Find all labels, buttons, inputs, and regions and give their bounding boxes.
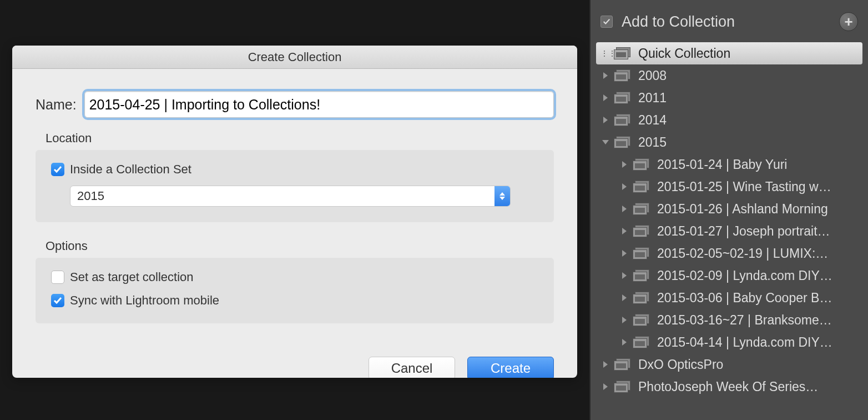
collection-tree-item[interactable]: PhotoJoseph Week Of Series… [596,376,862,398]
collection-tree-item[interactable]: 2011 [596,87,862,109]
collection-label: PhotoJoseph Week Of Series… [638,379,818,394]
svg-marker-2 [603,72,608,79]
collection-tree-item[interactable]: 2008 [596,64,862,87]
cancel-button[interactable]: Cancel [369,357,455,378]
chevron-right-icon[interactable] [600,382,610,392]
collection-tree-item[interactable]: 2015-04-14 | Lynda.com DIY… [596,331,862,353]
check-icon [53,296,62,305]
chevron-right-icon[interactable] [619,271,629,281]
collections-tree: ⋮⋮Quick Collection20082011201420152015-0… [591,42,868,398]
chevron-right-icon[interactable] [600,93,610,103]
svg-marker-8 [622,206,627,212]
collection-label: 2015-03-06 | Baby Cooper B… [657,291,832,306]
chevron-right-icon[interactable] [619,315,629,325]
plus-icon: + [844,13,852,31]
collection-set-select-row: 2015 [70,186,538,207]
svg-marker-7 [622,183,627,190]
collection-icon [614,92,630,104]
collection-tree-item[interactable]: DxO OpticsPro [596,353,862,376]
collection-tree-item[interactable]: 2015-02-05~02-19 | LUMIX:… [596,242,862,264]
dialog-footer: Cancel Create [12,351,577,378]
svg-marker-14 [622,339,627,346]
chevron-right-icon[interactable] [619,159,629,169]
name-label: Name: [36,97,77,113]
collection-icon [633,158,649,171]
dialog-title: Create Collection [12,46,577,69]
svg-marker-9 [622,228,627,234]
collection-label: 2011 [638,91,667,106]
sync-mobile-checkbox[interactable] [51,294,64,307]
collection-icon [633,292,649,304]
collection-label: 2015-02-05~02-19 | LUMIX:… [657,246,828,261]
collection-icon [633,225,649,237]
collection-icon [633,269,649,282]
chevron-right-icon[interactable] [600,71,610,81]
collection-tree-item[interactable]: ⋮⋮Quick Collection [596,42,862,64]
svg-marker-6 [622,161,627,168]
svg-marker-3 [603,94,608,101]
collection-tree-item[interactable]: 2015 [596,131,862,153]
collection-icon [633,314,649,326]
add-collection-button[interactable]: + [839,12,858,31]
collection-tree-item[interactable]: 2015-01-26 | Ashland Morning [596,198,862,220]
chevron-down-icon[interactable] [600,137,610,147]
chevron-right-icon[interactable] [619,293,629,303]
collection-name-input[interactable] [84,91,554,118]
collection-icon [614,358,630,371]
collection-label: 2015-02-09 | Lynda.com DIY… [657,268,832,283]
collection-tree-item[interactable]: 2015-01-27 | Joseph portrait… [596,220,862,242]
collection-label: 2015 [638,135,667,150]
collection-tree-item[interactable]: 2015-03-06 | Baby Cooper B… [596,287,862,309]
collection-label: 2008 [638,68,667,83]
collection-icon [633,181,649,193]
add-to-collection-checkbox[interactable] [600,16,613,28]
collection-icon [633,247,649,259]
collection-icon [614,136,630,148]
svg-marker-11 [622,272,627,279]
collection-tree-item[interactable]: 2015-01-24 | Baby Yuri [596,153,862,176]
panel-title: Add to Collection [622,13,839,31]
chevron-right-icon[interactable] [619,226,629,236]
chevron-right-icon[interactable] [600,115,610,125]
svg-marker-10 [622,250,627,257]
sync-mobile-label: Sync with Lightroom mobile [70,293,219,308]
inside-collection-set-checkbox[interactable] [51,163,64,176]
chevron-right-icon[interactable] [619,204,629,214]
collection-label: Quick Collection [638,46,730,61]
collection-set-select[interactable]: 2015 [70,186,511,207]
svg-marker-15 [603,361,608,368]
chevron-right-icon[interactable] [619,248,629,258]
chevron-right-icon[interactable] [619,337,629,347]
collection-icon [614,114,630,126]
collection-label: DxO OpticsPro [638,357,723,372]
chevron-right-icon[interactable] [619,182,629,192]
collection-label: 2015-01-26 | Ashland Morning [657,202,828,217]
target-collection-label: Set as target collection [70,270,194,284]
target-indicator-icon: ⋮⋮ [600,48,610,58]
collection-label: 2015-03-16~27 | Branksome… [657,313,832,328]
collections-panel: Add to Collection + ⋮⋮Quick Collection20… [589,0,868,420]
collection-tree-item[interactable]: 2014 [596,109,862,131]
options-section: Set as target collection Sync with Light… [36,258,554,323]
svg-marker-16 [603,383,608,390]
collection-label: 2014 [638,113,667,128]
svg-marker-1 [499,197,505,200]
collection-tree-item[interactable]: 2015-03-16~27 | Branksome… [596,309,862,331]
check-icon [53,165,62,174]
target-collection-row: Set as target collection [51,270,538,284]
collection-icon [614,47,630,59]
svg-marker-4 [603,117,608,123]
chevron-right-icon[interactable] [600,359,610,369]
collection-tree-item[interactable]: 2015-02-09 | Lynda.com DIY… [596,264,862,287]
collection-tree-item[interactable]: 2015-01-25 | Wine Tasting w… [596,176,862,198]
location-section: Inside a Collection Set 2015 [36,150,554,222]
collection-icon [633,336,649,348]
collection-icon [614,69,630,82]
collection-label: 2015-01-27 | Joseph portrait… [657,224,830,239]
create-button[interactable]: Create [467,357,554,378]
inside-collection-set-row: Inside a Collection Set [51,162,538,177]
sync-mobile-row: Sync with Lightroom mobile [51,293,538,308]
create-collection-dialog: Create Collection Name: Location Inside … [12,46,577,378]
dialog-backdrop: Create Collection Name: Location Inside … [0,0,589,420]
target-collection-checkbox[interactable] [51,271,64,284]
